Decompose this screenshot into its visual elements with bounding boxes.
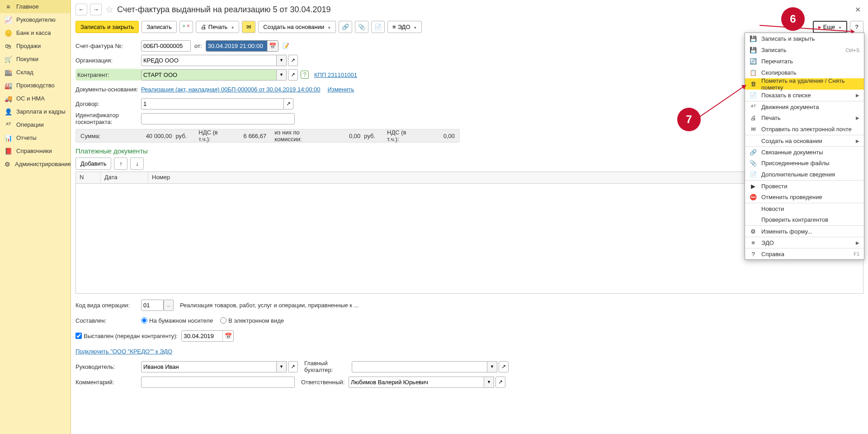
menu-item-2[interactable]: 🔄Перечитать bbox=[745, 56, 864, 67]
org-input[interactable] bbox=[141, 55, 277, 66]
sidebar-item-7[interactable]: 🚚ОС и НМА bbox=[0, 92, 71, 105]
related-button[interactable]: 🔗 bbox=[339, 21, 352, 33]
menu-item-0[interactable]: 💾Записать и закрыть bbox=[745, 33, 864, 44]
menu-item-6[interactable]: ᴬᵀДвижения документа bbox=[745, 101, 864, 112]
menu-item-1[interactable]: 💾ЗаписатьCtrl+S bbox=[745, 44, 864, 56]
sidebar-item-3[interactable]: 🛍Продажи bbox=[0, 39, 71, 52]
add-button[interactable]: Добавить bbox=[75, 157, 111, 170]
calendar-icon[interactable]: 📅 bbox=[267, 41, 278, 51]
info-button[interactable]: 📄 bbox=[371, 21, 385, 33]
responsible-dropdown-button[interactable]: ▼ bbox=[484, 377, 494, 388]
sidebar-item-8[interactable]: 👤Зарплата и кадры bbox=[0, 105, 71, 118]
number-input[interactable] bbox=[141, 40, 191, 52]
opcode-select-button[interactable]: … bbox=[164, 300, 174, 311]
menu-item-18[interactable]: ≡ЭДО▶ bbox=[745, 237, 864, 248]
accountant-dropdown-button[interactable]: ▼ bbox=[487, 361, 497, 372]
more-button[interactable]: ▸Еще bbox=[813, 21, 847, 33]
menu-item-15[interactable]: Новости bbox=[745, 203, 864, 214]
manager-dropdown-button[interactable]: ▼ bbox=[277, 361, 287, 372]
menu-text: Перечитать bbox=[761, 58, 859, 65]
contragent-input[interactable] bbox=[141, 69, 277, 81]
attach-button[interactable]: 📎 bbox=[355, 21, 368, 33]
dtkt-button[interactable]: ᴬᴷ bbox=[179, 21, 193, 33]
save-button[interactable]: Записать bbox=[142, 21, 177, 33]
menu-text: Записать bbox=[761, 47, 841, 53]
save-close-button[interactable]: Записать и закрыть bbox=[75, 21, 139, 33]
menu-item-17[interactable]: ⚙Изменить форму... bbox=[745, 225, 864, 237]
menu-item-12[interactable]: 📄Дополнительные сведения bbox=[745, 169, 864, 180]
manager-open-button[interactable]: ↗ bbox=[288, 361, 298, 372]
print-button[interactable]: 🖨 Печать bbox=[196, 21, 240, 33]
menu-icon: 📄 bbox=[750, 171, 757, 178]
manager-input[interactable] bbox=[141, 361, 277, 372]
menu-item-10[interactable]: 🔗Связанные документы bbox=[745, 146, 864, 157]
issued-date-input[interactable] bbox=[182, 331, 222, 341]
help-button[interactable]: ? bbox=[850, 21, 863, 33]
basis-change-link[interactable]: Изменить bbox=[328, 86, 354, 93]
menu-item-9[interactable]: Создать на основании▶ bbox=[745, 135, 864, 146]
accountant-open-button[interactable]: ↗ bbox=[499, 361, 509, 372]
radio-electronic[interactable] bbox=[220, 317, 226, 324]
org-open-button[interactable]: ↗ bbox=[288, 55, 298, 66]
radio-paper-wrap[interactable]: На бумажном носителе bbox=[141, 317, 213, 324]
issued-checkbox-wrap[interactable]: Выставлен (передан контрагенту): bbox=[75, 333, 178, 339]
edo-button[interactable]: ≡ ЭДО bbox=[387, 21, 422, 33]
radio-paper[interactable] bbox=[141, 317, 147, 324]
sidebar-item-0[interactable]: ≡Главное bbox=[0, 0, 71, 13]
menu-item-3[interactable]: 📋Скопировать bbox=[745, 67, 864, 78]
contract-open-button[interactable]: ↗ bbox=[283, 98, 293, 110]
fill-icon[interactable]: 📝 bbox=[282, 43, 289, 49]
menu-item-11[interactable]: 📎Присоединенные файлы bbox=[745, 157, 864, 169]
menu-icon: 🔗 bbox=[750, 149, 757, 156]
col-date[interactable]: Дата bbox=[101, 172, 148, 183]
contragent-open-button[interactable]: ↗ bbox=[288, 69, 298, 81]
move-up-button[interactable]: ↑ bbox=[114, 157, 127, 170]
print-label: Печать bbox=[208, 24, 228, 30]
sidebar-icon: ⚙ bbox=[5, 161, 10, 168]
menu-item-13[interactable]: ▶Провести bbox=[745, 180, 864, 191]
goscontract-input[interactable] bbox=[141, 113, 295, 124]
star-icon[interactable]: ☆ bbox=[104, 5, 114, 14]
menu-item-19[interactable]: ?СправкаF1 bbox=[745, 248, 864, 259]
responsible-input[interactable] bbox=[349, 377, 484, 388]
create-based-button[interactable]: Создать на основании bbox=[258, 21, 336, 33]
basis-link[interactable]: Реализация (акт, накладная) 00БП-000006 … bbox=[141, 86, 321, 93]
close-icon[interactable]: ✕ bbox=[852, 5, 863, 14]
printer-icon: 🖨 bbox=[201, 24, 207, 30]
sidebar-item-9[interactable]: ᴬᵀОперации bbox=[0, 118, 71, 131]
opcode-input[interactable] bbox=[141, 300, 164, 311]
kpp-link[interactable]: КПП 231101001 bbox=[314, 72, 357, 78]
menu-item-16[interactable]: Проверить контрагентов bbox=[745, 214, 864, 225]
sidebar-item-5[interactable]: 🏬Склад bbox=[0, 66, 71, 79]
mail-button[interactable]: ✉ bbox=[242, 21, 255, 33]
sidebar-item-1[interactable]: 📈Руководителю bbox=[0, 13, 71, 26]
sidebar-item-4[interactable]: 🛒Покупки bbox=[0, 52, 71, 66]
edo-connect-link[interactable]: Подключить "ООО "КРЕДО"" к ЭДО bbox=[75, 348, 172, 355]
menu-item-8[interactable]: ✉Отправить по электронной почте bbox=[745, 124, 864, 135]
responsible-open-button[interactable]: ↗ bbox=[495, 377, 505, 388]
accountant-input[interactable] bbox=[352, 361, 487, 372]
sidebar-item-2[interactable]: 🪙Банк и касса bbox=[0, 26, 71, 39]
menu-item-14[interactable]: ⛔Отменить проведение bbox=[745, 191, 864, 203]
menu-item-5[interactable]: 📄Показать в списке▶ bbox=[745, 90, 864, 101]
col-n[interactable]: N bbox=[76, 172, 101, 183]
menu-item-4[interactable]: 🗑Пометить на удаление / Снять пометку bbox=[745, 78, 864, 90]
sidebar-item-6[interactable]: 🏭Производство bbox=[0, 79, 71, 92]
issued-calendar-icon[interactable]: 📅 bbox=[222, 331, 233, 341]
org-dropdown-button[interactable]: ▼ bbox=[277, 55, 287, 66]
contragent-help-button[interactable]: ? bbox=[301, 71, 309, 79]
responsible-label: Ответственный: bbox=[301, 379, 349, 386]
contragent-dropdown-button[interactable]: ▼ bbox=[277, 69, 287, 81]
comment-input[interactable] bbox=[141, 377, 295, 388]
back-button[interactable]: ← bbox=[75, 4, 87, 15]
sidebar-item-10[interactable]: 📊Отчеты bbox=[0, 131, 71, 144]
radio-electronic-wrap[interactable]: В электронном виде bbox=[220, 317, 284, 324]
forward-button[interactable]: → bbox=[90, 4, 102, 15]
sidebar-item-12[interactable]: ⚙Администрирование bbox=[0, 157, 71, 171]
move-down-button[interactable]: ↓ bbox=[130, 157, 144, 170]
date-input[interactable] bbox=[206, 41, 267, 51]
sidebar-item-11[interactable]: 📕Справочники bbox=[0, 144, 71, 157]
menu-item-7[interactable]: 🖨Печать▶ bbox=[745, 112, 864, 124]
contract-input[interactable] bbox=[141, 98, 284, 110]
issued-checkbox[interactable] bbox=[75, 333, 82, 339]
